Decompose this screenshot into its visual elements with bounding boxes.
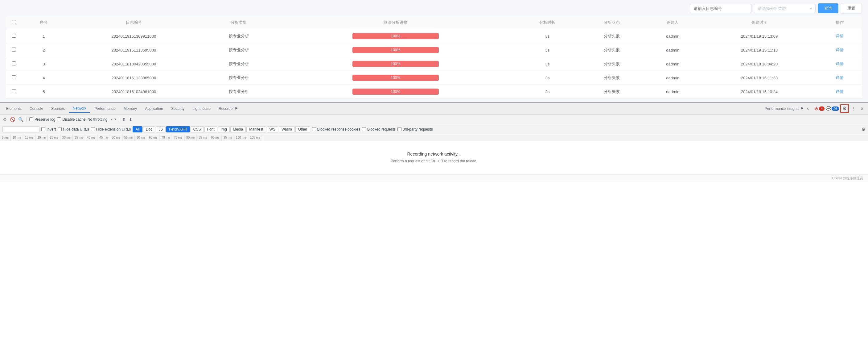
preserve-log-checkbox[interactable] [29, 117, 33, 121]
hide-data-urls-label[interactable]: Hide data URLs [58, 127, 89, 132]
tab-console[interactable]: Console [26, 105, 47, 113]
blocked-cookies-label[interactable]: Blocked response cookies [312, 127, 360, 132]
blocked-cookies-checkbox[interactable] [312, 127, 316, 131]
filter-btn-manifest[interactable]: Manifest [246, 126, 266, 133]
invert-checkbox[interactable] [41, 127, 45, 131]
performance-insights-tab[interactable]: Performance insights ⚑ × [762, 104, 813, 114]
table-row: 5 20240118161034961000 按专业分析 100% 3s 分析失… [6, 85, 862, 99]
more-options-button[interactable]: ⋮ [850, 105, 858, 112]
filter-btn-fetch-xhr[interactable]: Fetch/XHR [166, 126, 190, 133]
tab-elements[interactable]: Elements [2, 105, 25, 113]
hide-data-urls-checkbox[interactable] [58, 127, 62, 131]
download-icon[interactable]: ⬇ [128, 116, 133, 122]
select-all-checkbox[interactable] [12, 20, 16, 24]
row-status: 分析失败 [580, 29, 644, 43]
invert-label[interactable]: Invert [41, 127, 56, 132]
preserve-log-label[interactable]: Preserve log [29, 117, 55, 122]
filter-btn-css[interactable]: CSS [191, 126, 204, 133]
row-creator: dadmin [644, 29, 702, 43]
timeline-tick-label: 80 ms [184, 134, 197, 141]
disable-cache-label[interactable]: Disable cache [57, 117, 85, 122]
filter-btn-js[interactable]: JS [156, 126, 165, 133]
tab-network[interactable]: Network [69, 104, 90, 113]
row-checkbox[interactable] [12, 34, 16, 38]
detail-link[interactable]: 详情 [836, 61, 844, 66]
upload-icon[interactable]: ⬆ [122, 116, 126, 122]
table-row: 2 20240119151113595000 按专业分析 100% 3s 分析失… [6, 43, 862, 57]
tab-security[interactable]: Security [167, 105, 188, 113]
throttle-select[interactable]: No throttling Fast 3G Slow 3G Offline [88, 117, 113, 122]
detail-link[interactable]: 详情 [836, 75, 844, 80]
info-bubble-icon: 💬 [826, 106, 831, 111]
tab-performance[interactable]: Performance [91, 105, 119, 113]
query-button[interactable]: 查询 [818, 3, 838, 13]
blocked-requests-checkbox[interactable] [362, 127, 366, 131]
filter-buttons-group: All Doc JS Fetch/XHR CSS Font Img Media … [132, 126, 310, 133]
tab-lighthouse[interactable]: Lighthouse [189, 105, 214, 113]
log-number-input[interactable] [690, 4, 751, 13]
filter-btn-doc[interactable]: Doc [143, 126, 155, 133]
col-creator: 创建人 [644, 16, 702, 29]
row-checkbox[interactable] [12, 48, 16, 52]
third-party-checkbox[interactable] [398, 127, 401, 131]
filter-btn-all[interactable]: All [132, 126, 142, 133]
filter-settings-icon[interactable]: ⚙ [862, 127, 866, 132]
row-id: 4 [22, 71, 66, 85]
row-checkbox-cell [6, 71, 22, 85]
blocked-requests-label[interactable]: Blocked requests [362, 127, 396, 132]
filter-btn-ws[interactable]: WS [267, 126, 278, 133]
analysis-type-select[interactable]: 请选择分析类型 [754, 4, 815, 13]
error-group: ⊗ 4 [815, 106, 825, 111]
detail-link[interactable]: 详情 [836, 48, 844, 52]
data-table: 序号 日志编号 分析类型 算法分析进度 分析时长 分析状态 创建人 创建时间 操… [6, 16, 862, 99]
reset-button[interactable]: 重置 [841, 3, 862, 13]
timeline-tick-label: 100 ms [234, 134, 248, 141]
table-row: 3 20240118180420055000 按专业分析 100% 3s 分析失… [6, 57, 862, 71]
filter-input[interactable] [2, 126, 39, 133]
row-checkbox[interactable] [12, 89, 16, 93]
filter-btn-font[interactable]: Font [205, 126, 217, 133]
tab-application[interactable]: Application [141, 105, 167, 113]
row-checkbox[interactable] [12, 75, 16, 79]
timeline-tick-label: 20 ms [35, 134, 48, 141]
stop-recording-icon[interactable]: ⊘ [2, 116, 7, 122]
row-type: 按专业分析 [202, 85, 276, 99]
filter-btn-img[interactable]: Img [218, 126, 230, 133]
timeline-tick-label: 15 ms [23, 134, 35, 141]
row-checkbox-cell [6, 43, 22, 57]
hide-data-urls-text: Hide data URLs [63, 127, 89, 132]
col-created-at: 创建时间 [701, 16, 817, 29]
recording-message: Recording network activity... Perform a … [0, 141, 868, 174]
detail-link[interactable]: 详情 [836, 34, 844, 38]
row-progress: 100% [276, 43, 515, 57]
settings-button[interactable]: ⚙ [840, 104, 849, 113]
row-log-no: 20240119151309911000 [66, 29, 202, 43]
timeline-ruler: 5 ms10 ms15 ms20 ms25 ms30 ms35 ms40 ms4… [0, 134, 868, 141]
recorder-icon: ⚑ [235, 107, 238, 111]
clear-icon[interactable]: 🚫 [9, 116, 16, 122]
hide-extension-urls-label[interactable]: Hide extension URLs [91, 127, 131, 132]
filter-btn-wasm[interactable]: Wasm [279, 126, 295, 133]
row-progress: 100% [276, 29, 515, 43]
detail-link[interactable]: 详情 [836, 89, 844, 94]
search-bar: 请选择分析类型 查询 重置 [6, 3, 862, 13]
hide-extension-urls-checkbox[interactable] [91, 127, 95, 131]
filter-btn-media[interactable]: Media [230, 126, 246, 133]
disable-cache-checkbox[interactable] [57, 117, 61, 121]
close-devtools-button[interactable]: ✕ [859, 105, 866, 112]
row-log-no: 20240118161133865000 [66, 71, 202, 85]
third-party-label[interactable]: 3rd-party requests [398, 127, 433, 132]
timeline-tick-label: 35 ms [73, 134, 85, 141]
row-type: 按专业分析 [202, 57, 276, 71]
timeline-tick-label: 40 ms [85, 134, 97, 141]
filter-btn-other[interactable]: Other [296, 126, 310, 133]
network-toolbar: ⊘ 🚫 🔍 Preserve log Disable cache No thro… [0, 115, 868, 124]
performance-insights-label: Performance insights [765, 107, 800, 111]
timeline-tick-label: 25 ms [48, 134, 60, 141]
row-checkbox[interactable] [12, 61, 16, 65]
tab-recorder[interactable]: Recorder ⚑ [215, 105, 242, 113]
tab-memory[interactable]: Memory [120, 105, 141, 113]
performance-insights-close[interactable]: × [805, 106, 810, 112]
search-icon[interactable]: 🔍 [18, 116, 24, 122]
tab-sources[interactable]: Sources [48, 105, 68, 113]
